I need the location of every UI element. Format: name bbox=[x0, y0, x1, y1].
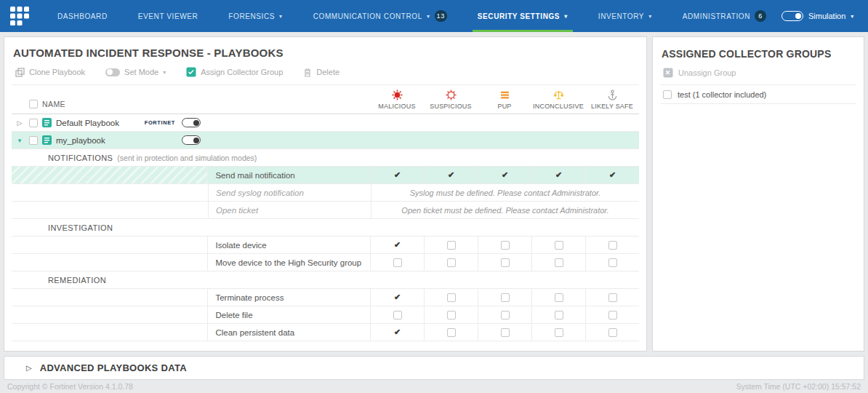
checkbox[interactable] bbox=[393, 311, 402, 319]
row-checkbox[interactable] bbox=[663, 90, 672, 99]
severity-cell bbox=[585, 324, 639, 341]
check-icon[interactable]: ✔ bbox=[394, 293, 401, 302]
playbook-icon bbox=[42, 118, 52, 127]
checkbox[interactable] bbox=[608, 293, 617, 302]
app-root: DASHBOARD EVENT VIEWER FORENSICS▾ COMMUN… bbox=[0, 0, 868, 393]
checkbox[interactable] bbox=[447, 311, 456, 319]
action-label: Isolate device bbox=[215, 241, 266, 250]
check-icon[interactable]: ✔ bbox=[394, 170, 401, 180]
checkbox[interactable] bbox=[608, 328, 617, 337]
checkbox[interactable] bbox=[501, 328, 510, 337]
section-row-investigation: INVESTIGATION bbox=[12, 219, 639, 237]
nav-item-security-settings[interactable]: SECURITY SETTINGS▾ bbox=[462, 0, 583, 32]
checkbox[interactable] bbox=[447, 258, 456, 267]
severity-cell bbox=[370, 306, 424, 323]
collector-groups-list: test (1 collector included) bbox=[660, 84, 856, 104]
expand-icon[interactable]: ▷ bbox=[26, 364, 32, 372]
checkbox[interactable] bbox=[447, 241, 456, 250]
action-row-move-device: Move device to the High Security group bbox=[12, 254, 639, 271]
playbook-enabled-toggle[interactable] bbox=[182, 118, 201, 127]
advanced-playbooks-bar[interactable]: ▷ ADVANCED PLAYBOOKS DATA bbox=[4, 356, 864, 380]
playbook-row-default[interactable]: ▷ Default Playbook FORTINET bbox=[12, 114, 639, 132]
check-icon[interactable]: ✔ bbox=[448, 170, 454, 180]
unassign-icon bbox=[663, 68, 673, 78]
checkbox[interactable] bbox=[555, 328, 563, 337]
severity-cell bbox=[585, 306, 639, 323]
column-header-likely-safe: LIKELY SAFE bbox=[585, 85, 639, 114]
severity-cell bbox=[585, 254, 639, 271]
checkbox[interactable] bbox=[393, 258, 402, 267]
chevron-down-icon: ▾ bbox=[279, 13, 283, 20]
footer: Copyright © Fortinet Version 4.1.0.78 Sy… bbox=[7, 382, 861, 391]
section-title: NOTIFICATIONS bbox=[48, 154, 113, 162]
simulation-toggle[interactable] bbox=[781, 11, 803, 21]
severity-cell bbox=[585, 237, 639, 253]
checkbox[interactable] bbox=[555, 293, 563, 302]
action-disabled-message: Open ticket must be defined. Please cont… bbox=[371, 202, 639, 218]
collector-group-label: test (1 collector included) bbox=[678, 90, 766, 99]
severity-cell bbox=[424, 237, 478, 253]
set-mode-button[interactable]: Set Mode ▾ bbox=[105, 68, 166, 76]
nav-item-inventory[interactable]: INVENTORY▾ bbox=[583, 0, 667, 32]
malicious-icon bbox=[392, 90, 403, 100]
assign-collector-group-button[interactable]: Assign Collector Group bbox=[186, 67, 283, 77]
checkbox[interactable] bbox=[447, 293, 456, 302]
checkbox[interactable] bbox=[608, 311, 617, 319]
collapse-icon[interactable]: ▾ bbox=[15, 137, 25, 144]
row-checkbox[interactable] bbox=[29, 119, 38, 127]
app-logo-icon[interactable] bbox=[10, 7, 29, 25]
severity-label: PUP bbox=[497, 103, 511, 110]
check-icon[interactable]: ✔ bbox=[394, 328, 401, 337]
checkbox[interactable] bbox=[501, 311, 510, 319]
nav-item-dashboard[interactable]: DASHBOARD bbox=[42, 0, 123, 32]
severity-cell bbox=[478, 324, 531, 341]
playbook-name: Default Playbook bbox=[56, 119, 119, 127]
check-icon[interactable]: ✔ bbox=[394, 240, 401, 250]
row-checkbox[interactable] bbox=[29, 136, 38, 145]
playbook-icon bbox=[42, 135, 52, 145]
copyright-text: Copyright © Fortinet Version 4.1.0.78 bbox=[7, 382, 133, 391]
section-subtitle: (sent in protection and simulation modes… bbox=[117, 154, 257, 162]
checkbox[interactable] bbox=[501, 293, 510, 302]
severity-cell bbox=[531, 324, 585, 341]
check-icon[interactable]: ✔ bbox=[502, 170, 508, 180]
nav-item-event-viewer[interactable]: EVENT VIEWER bbox=[123, 0, 214, 32]
checkbox[interactable] bbox=[447, 328, 456, 337]
section-row-notifications: NOTIFICATIONS (sent in protection and si… bbox=[12, 149, 639, 167]
playbook-enabled-toggle[interactable] bbox=[182, 135, 201, 145]
checkbox[interactable] bbox=[555, 241, 563, 250]
checkbox[interactable] bbox=[608, 241, 617, 250]
chevron-down-icon[interactable]: ▾ bbox=[851, 13, 853, 20]
playbooks-table: NAME MALICIOUS SUSPICIOUS PUP bbox=[12, 84, 639, 341]
severity-cell bbox=[531, 289, 585, 306]
action-label: Send mail notification bbox=[215, 171, 294, 180]
nav-label: INVENTORY bbox=[598, 12, 644, 20]
checkbox[interactable] bbox=[501, 258, 510, 267]
clone-playbook-label: Clone Playbook bbox=[29, 68, 85, 76]
delete-button[interactable]: Delete bbox=[303, 68, 339, 77]
unassign-group-button[interactable]: Unassign Group bbox=[663, 68, 864, 78]
checkbox[interactable] bbox=[501, 241, 510, 250]
clone-playbook-button[interactable]: Clone Playbook bbox=[15, 68, 85, 77]
unassign-group-label: Unassign Group bbox=[678, 68, 736, 77]
nav-item-forensics[interactable]: FORENSICS▾ bbox=[213, 0, 297, 32]
hatched-cell bbox=[12, 167, 207, 183]
pup-icon bbox=[499, 90, 510, 100]
nav-item-communication-control[interactable]: COMMUNICATION CONTROL▾13 bbox=[298, 0, 462, 32]
expand-icon[interactable]: ▷ bbox=[15, 119, 25, 127]
checkbox[interactable] bbox=[555, 311, 563, 319]
action-row-clean-persistent-data: Clean persistent data ✔ bbox=[12, 324, 639, 341]
select-all-checkbox[interactable] bbox=[29, 100, 38, 108]
playbook-row-my-playbook[interactable]: ▾ my_playbook bbox=[12, 132, 639, 149]
check-icon[interactable]: ✔ bbox=[555, 170, 562, 180]
severity-cell: ✔ bbox=[531, 167, 585, 183]
check-icon[interactable]: ✔ bbox=[609, 170, 616, 180]
checkbox[interactable] bbox=[555, 258, 563, 267]
severity-cell bbox=[424, 324, 478, 341]
nav-item-administration[interactable]: ADMINISTRATION6 bbox=[667, 0, 781, 32]
collector-group-item[interactable]: test (1 collector included) bbox=[660, 85, 856, 104]
checkbox[interactable] bbox=[608, 258, 617, 267]
chevron-down-icon: ▾ bbox=[648, 13, 652, 20]
severity-label: LIKELY SAFE bbox=[591, 103, 633, 110]
simulation-label: Simulation bbox=[808, 12, 845, 20]
